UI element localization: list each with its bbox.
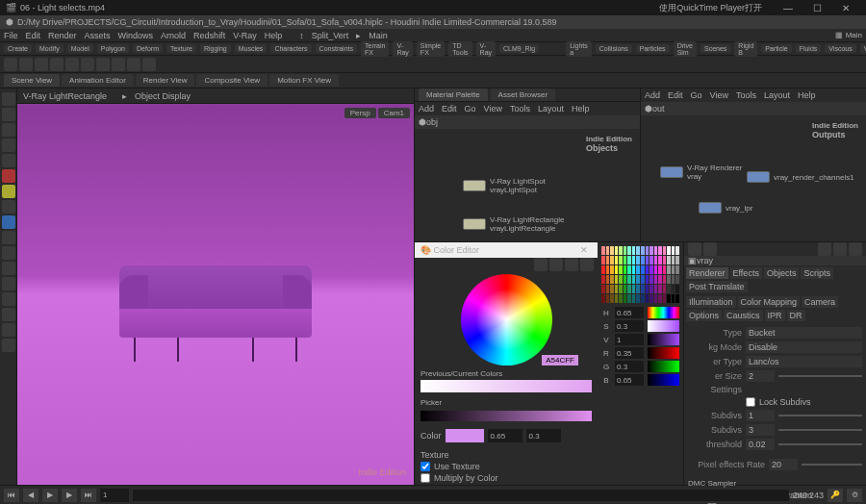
shelf-icon[interactable] xyxy=(4,58,17,71)
palette-swatch[interactable] xyxy=(615,285,619,293)
palette-swatch[interactable] xyxy=(650,256,653,265)
palette-swatch[interactable] xyxy=(650,285,653,293)
tool-icon[interactable] xyxy=(2,169,15,183)
palette-swatch[interactable] xyxy=(615,275,619,284)
palette-swatch[interactable] xyxy=(606,246,610,255)
tool-icon[interactable] xyxy=(2,215,15,229)
shelf-tab[interactable]: Muscles xyxy=(235,44,267,53)
palette-swatch[interactable] xyxy=(658,275,662,284)
palette-swatch[interactable] xyxy=(627,265,631,274)
tab-motion-fx[interactable]: Motion FX View xyxy=(269,74,339,87)
menu-help[interactable]: Help xyxy=(265,31,283,40)
palette-swatch[interactable] xyxy=(610,265,614,274)
settings-button[interactable]: ⚙ xyxy=(847,489,862,502)
palette-swatch[interactable] xyxy=(619,294,623,303)
palette-swatch[interactable] xyxy=(610,285,614,293)
shelf-tab[interactable]: Fluids xyxy=(796,44,822,53)
tab-composite-view[interactable]: Composite View xyxy=(196,74,267,87)
viewport-3d[interactable]: Persp Cam1 Indie Edition xyxy=(17,104,414,485)
close-icon[interactable]: ✕ xyxy=(576,245,592,255)
palette-swatch[interactable] xyxy=(601,246,605,255)
palette-swatch[interactable] xyxy=(636,256,640,265)
tool-icon[interactable] xyxy=(2,323,15,337)
pp-icon[interactable] xyxy=(818,242,831,256)
palette-swatch[interactable] xyxy=(610,246,614,255)
palette-swatch[interactable] xyxy=(663,275,667,284)
frame-start[interactable]: 240 xyxy=(793,491,807,500)
palette-swatch[interactable] xyxy=(658,285,662,293)
palette-swatch[interactable] xyxy=(672,285,675,293)
tool-icon[interactable] xyxy=(2,339,15,352)
ce-icon[interactable] xyxy=(534,258,548,271)
use-texture-checkbox[interactable]: Use Texture xyxy=(420,462,592,471)
palette-swatch[interactable] xyxy=(675,285,679,293)
palette-swatch[interactable] xyxy=(636,285,640,293)
palette-swatch[interactable] xyxy=(641,285,645,293)
menu-file[interactable]: File xyxy=(4,31,18,40)
palette-swatch[interactable] xyxy=(601,294,605,303)
play-button[interactable]: ▶ xyxy=(42,489,58,502)
prev-frame-button[interactable]: ◀ xyxy=(23,489,38,502)
shelf-icon[interactable] xyxy=(65,58,79,71)
shelf-tab[interactable]: Deform xyxy=(133,44,163,53)
palette-swatch[interactable] xyxy=(619,265,623,274)
palette-swatch[interactable] xyxy=(658,294,662,303)
palette-swatch[interactable] xyxy=(624,246,627,255)
slider-bar[interactable] xyxy=(648,347,679,359)
tool-icon[interactable] xyxy=(2,123,15,137)
palette-swatch[interactable] xyxy=(632,265,636,274)
palette-swatch[interactable] xyxy=(672,246,675,255)
palette-swatch[interactable] xyxy=(619,285,623,293)
shelf-icon[interactable] xyxy=(142,58,156,71)
param-tab[interactable]: Objects xyxy=(764,267,800,279)
split-vert[interactable]: Split_Vert xyxy=(312,31,349,40)
palette-swatch[interactable] xyxy=(632,246,636,255)
net-menu[interactable]: Go xyxy=(691,90,702,100)
tool-icon[interactable] xyxy=(2,154,15,167)
palette-swatch[interactable] xyxy=(672,294,675,303)
slider-value[interactable]: 0.35 xyxy=(615,347,644,359)
slider-value[interactable]: 0.3 xyxy=(615,361,644,372)
menu-edit[interactable]: Edit xyxy=(26,31,41,40)
shelf-tab[interactable]: Characters xyxy=(270,44,311,53)
palette-swatch[interactable] xyxy=(624,256,627,265)
palette-swatch[interactable] xyxy=(641,256,645,265)
prev-color-strip[interactable] xyxy=(420,380,592,392)
node-vray[interactable]: V-Ray Renderervray xyxy=(660,164,742,181)
shelf-tab[interactable]: Particle xyxy=(761,44,791,53)
palette-swatch[interactable] xyxy=(632,285,636,293)
timeline-track[interactable] xyxy=(133,490,789,501)
palette-swatch[interactable] xyxy=(632,256,636,265)
palette-swatch[interactable] xyxy=(606,294,610,303)
palette-swatch[interactable] xyxy=(624,294,627,303)
shelf-tab[interactable]: Terrain FX xyxy=(361,41,389,57)
palette-swatch[interactable] xyxy=(624,275,627,284)
first-frame-button[interactable]: ⏮ xyxy=(4,489,19,502)
slider-bar[interactable] xyxy=(648,307,679,318)
palette-swatch[interactable] xyxy=(627,285,631,293)
slider-value[interactable]: 0.3 xyxy=(615,320,644,332)
lock-subdivs-checkbox[interactable]: Lock Subdivs xyxy=(746,397,862,407)
network-path[interactable]: obj xyxy=(426,117,438,127)
pp-icon[interactable] xyxy=(849,242,862,256)
net-menu[interactable]: Layout xyxy=(538,104,564,113)
palette-swatch[interactable] xyxy=(667,275,671,284)
palette-swatch[interactable] xyxy=(601,265,605,274)
ce-icon[interactable] xyxy=(580,258,594,271)
shelf-icon[interactable] xyxy=(81,58,94,71)
object-display-label[interactable]: Object Display xyxy=(135,91,191,101)
shelf-icon[interactable] xyxy=(112,58,125,71)
param-input[interactable]: 20 xyxy=(769,459,798,470)
palette-swatch[interactable] xyxy=(654,246,658,255)
palette-swatch[interactable] xyxy=(675,265,679,274)
net-menu[interactable]: Edit xyxy=(442,104,457,113)
palette-swatch[interactable] xyxy=(624,285,627,293)
palette-swatch[interactable] xyxy=(636,294,640,303)
node-render-channels[interactable]: vray_render_channels1 xyxy=(747,171,854,183)
param-tab[interactable]: Caustics xyxy=(724,310,763,321)
network-canvas-out[interactable]: Indie EditionOutputs V-Ray Renderervray … xyxy=(641,115,866,241)
shelf-tab[interactable]: Rigging xyxy=(200,44,231,53)
tool-icon[interactable] xyxy=(2,246,15,260)
palette-swatch[interactable] xyxy=(672,265,675,274)
node-light-spot[interactable]: V-Ray LightSpotvrayLightSpot xyxy=(463,177,546,194)
